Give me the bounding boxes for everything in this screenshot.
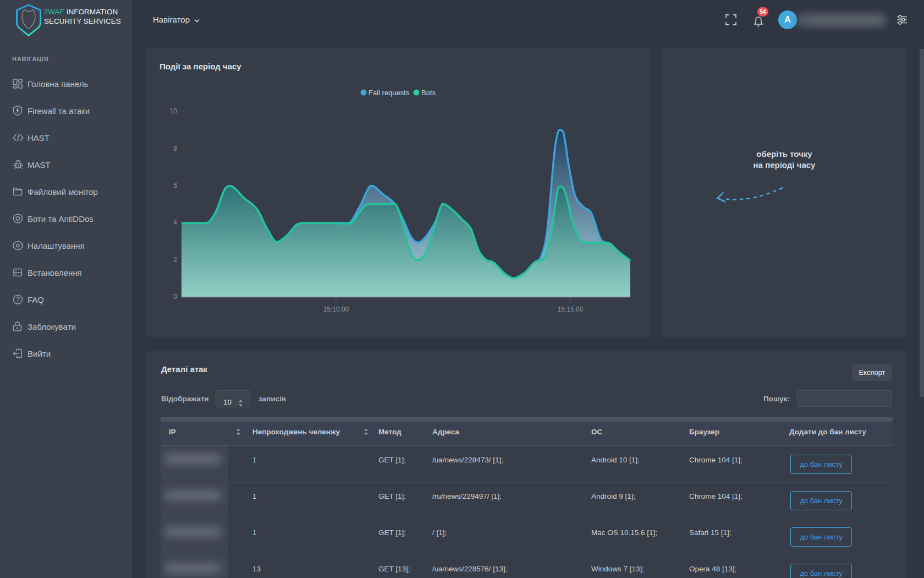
svg-text:8: 8 — [173, 145, 177, 152]
svg-text:Bots: Bots — [421, 89, 436, 97]
svg-text:10: 10 — [170, 107, 178, 115]
svg-text:15:15:00: 15:15:00 — [558, 306, 584, 313]
svg-text:2: 2 — [173, 256, 177, 264]
svg-text:15:10:00: 15:10:00 — [323, 306, 349, 313]
svg-text:4: 4 — [173, 219, 177, 226]
svg-text:0: 0 — [173, 293, 177, 301]
svg-text:Fail requests: Fail requests — [369, 89, 410, 97]
svg-text:6: 6 — [173, 182, 177, 189]
